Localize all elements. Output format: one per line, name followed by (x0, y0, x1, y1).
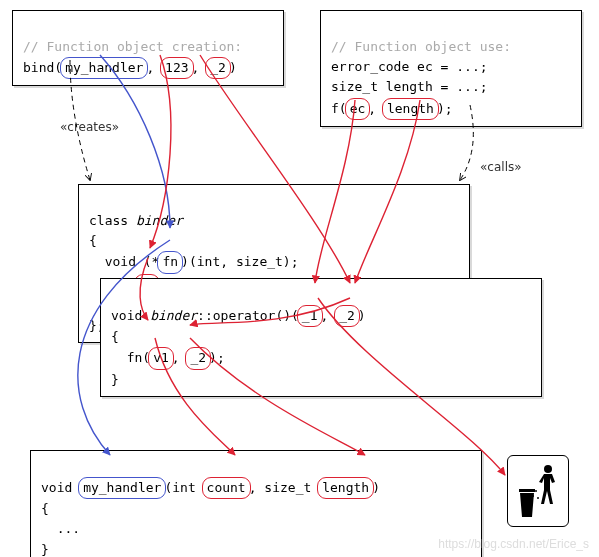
use-line2: size_t length = ...; (331, 79, 488, 94)
op-param1: _1 (297, 305, 323, 327)
svg-point-0 (544, 465, 552, 473)
arg-ec: ec (345, 98, 371, 120)
watermark: https://blog.csdn.net/Erice_s (438, 537, 589, 551)
label-creates: «creates» (60, 120, 119, 134)
bind-prefix: bind( (23, 60, 62, 75)
box-create: // Function object creation: bind(my_han… (12, 10, 284, 86)
handler-length: length (317, 477, 374, 499)
arg-length: length (382, 98, 439, 120)
op-u2: _2 (185, 347, 211, 369)
arg-placeholder2: _2 (205, 57, 231, 79)
trash-icon (507, 455, 569, 527)
comment-use: // Function object use: (331, 39, 511, 54)
svg-point-2 (532, 495, 534, 497)
arg-my-handler: my_handler (60, 57, 148, 79)
member-fn: fn (157, 251, 183, 273)
op-param2: _2 (334, 305, 360, 327)
box-my-handler: void my_handler(int count, size_t length… (30, 450, 482, 557)
op-v1: v1 (148, 347, 174, 369)
svg-point-3 (537, 497, 539, 499)
svg-point-1 (535, 490, 537, 492)
arg-123: 123 (160, 57, 193, 79)
comment-create: // Function object creation: (23, 39, 242, 54)
use-line1: error_code ec = ...; (331, 59, 488, 74)
handler-name: my_handler (78, 477, 166, 499)
class-name: binder (136, 213, 183, 228)
handler-count: count (202, 477, 251, 499)
label-calls: «calls» (480, 160, 522, 174)
box-operator: void binder::operator()(_1, _2) { fn(v1,… (100, 278, 542, 397)
box-use: // Function object use: error_code ec = … (320, 10, 582, 127)
